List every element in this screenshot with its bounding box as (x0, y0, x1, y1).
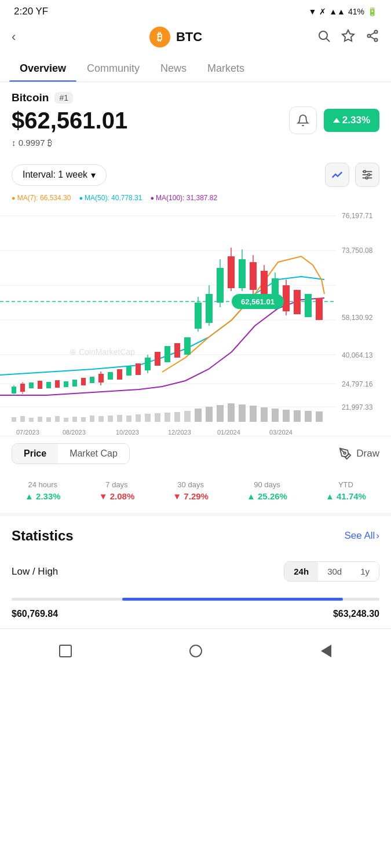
signal-icon: ▲▲ (329, 7, 345, 16)
nav-home-button[interactable] (183, 638, 209, 664)
perf-90d-value: ▲ 25.26% (247, 491, 287, 501)
share-icon (366, 29, 379, 43)
perf-ytd: YTD ▲ 41.74% (326, 480, 366, 501)
svg-rect-36 (64, 381, 68, 387)
svg-rect-96 (206, 407, 213, 422)
svg-rect-101 (261, 407, 268, 422)
battery-icon: 🔋 (367, 7, 377, 16)
search-button[interactable] (317, 29, 331, 45)
svg-point-13 (366, 177, 368, 179)
svg-rect-103 (283, 410, 290, 422)
tab-community[interactable]: Community (76, 56, 150, 82)
share-button[interactable] (366, 29, 379, 45)
top-nav: ‹ ₿ BTC (0, 21, 391, 56)
price-section: Bitcoin #1 $62,561.01 2.33% ↕ 0.9997 ₿ (0, 82, 391, 160)
nav-square-button[interactable] (53, 638, 78, 664)
perf-7d-value: ▼ 2.08% (99, 491, 135, 501)
status-time: 2:20 YF (14, 6, 48, 17)
line-chart-icon (331, 168, 344, 181)
coin-header: ₿ BTC (149, 27, 202, 47)
period-30d-button[interactable]: 30d (318, 562, 351, 581)
svg-rect-88 (126, 415, 131, 422)
tab-markets[interactable]: Markets (197, 56, 255, 82)
battery-text: 41% (348, 7, 364, 16)
svg-text:58,130.92: 58,130.92 (342, 314, 373, 322)
alert-button[interactable] (289, 106, 317, 134)
svg-rect-34 (46, 382, 51, 388)
up-arrow-icon (333, 118, 340, 123)
chart-bottom-bar: Price Market Cap Draw (0, 436, 391, 471)
bottom-nav (0, 628, 391, 678)
wifi-icon: ▼ (308, 7, 316, 16)
svg-point-5 (375, 39, 378, 42)
svg-rect-72 (316, 298, 323, 320)
svg-rect-102 (272, 409, 279, 422)
svg-rect-91 (155, 413, 160, 422)
price-actions: 2.33% (289, 106, 379, 134)
svg-line-6 (371, 37, 375, 39)
tab-overview[interactable]: Overview (9, 56, 76, 82)
perf-24h: 24 hours ▲ 2.33% (25, 480, 61, 501)
svg-text:62,561.01: 62,561.01 (241, 297, 275, 306)
period-1y-button[interactable]: 1y (351, 562, 379, 581)
svg-rect-51 (184, 337, 191, 355)
svg-rect-86 (108, 415, 113, 422)
svg-rect-104 (294, 410, 301, 422)
svg-rect-76 (20, 416, 25, 422)
svg-rect-42 (108, 372, 113, 380)
back-button[interactable]: ‹ (12, 30, 35, 45)
svg-rect-80 (55, 416, 60, 422)
price-range-bar (0, 593, 391, 609)
watchlist-button[interactable] (341, 29, 355, 45)
see-all-button[interactable]: See All › (344, 530, 379, 542)
interval-button[interactable]: Interval: 1 week ▾ (12, 164, 107, 186)
perf-ytd-value: ▲ 41.74% (326, 491, 366, 501)
svg-line-7 (371, 33, 375, 35)
svg-text:01/2024: 01/2024 (217, 429, 240, 436)
statistics-section: Statistics See All › Low / High 24h 30d … (0, 516, 391, 593)
data-icon: ✗ (319, 7, 326, 16)
marketcap-chart-button[interactable]: Market Cap (58, 444, 129, 464)
svg-rect-83 (81, 417, 86, 422)
perf-30d-value: ▼ 7.29% (173, 491, 209, 501)
price-chart-button[interactable]: Price (12, 444, 58, 464)
tab-bar: Overview Community News Markets (0, 56, 391, 82)
performance-row: 24 hours ▲ 2.33% 7 days ▼ 2.08% 30 days … (0, 471, 391, 516)
chart-controls: Interval: 1 week ▾ (0, 160, 391, 192)
svg-rect-89 (136, 414, 141, 422)
svg-rect-50 (174, 343, 180, 358)
range-values: $60,769.84 $63,248.30 (0, 609, 391, 628)
perf-30d: 30 days ▼ 7.29% (173, 480, 209, 501)
svg-rect-71 (305, 294, 312, 317)
svg-rect-85 (98, 416, 104, 422)
chart-icon-group (325, 163, 379, 187)
line-chart-button[interactable] (325, 163, 349, 187)
range-bar-fill (122, 598, 343, 601)
filter-icon (361, 168, 374, 181)
perf-24h-value: ▲ 2.33% (25, 491, 61, 501)
chart-type-group: Price Market Cap (12, 443, 130, 464)
svg-rect-81 (64, 418, 68, 422)
ma100-dot: ● (150, 194, 154, 201)
price-chart: 76,197.71 73,750.08 58,130.92 40,064.13 … (0, 204, 391, 436)
perf-ytd-label: YTD (338, 480, 353, 489)
svg-rect-106 (316, 411, 323, 422)
nav-action-buttons (317, 29, 379, 45)
tab-news[interactable]: News (150, 56, 197, 82)
svg-rect-105 (305, 411, 312, 422)
svg-rect-78 (38, 417, 42, 422)
status-bar: 2:20 YF ▼ ✗ ▲▲ 41% 🔋 (0, 0, 391, 21)
svg-rect-49 (165, 346, 170, 362)
svg-point-114 (344, 452, 346, 454)
svg-rect-95 (195, 409, 202, 422)
draw-button[interactable]: Draw (339, 447, 379, 460)
svg-rect-87 (117, 415, 122, 422)
perf-30d-label: 30 days (177, 480, 204, 489)
svg-rect-45 (136, 363, 141, 375)
svg-rect-44 (126, 366, 131, 376)
svg-text:76,197.71: 76,197.71 (342, 212, 373, 220)
settings-chart-button[interactable] (355, 163, 379, 187)
svg-text:⊕ CoinMarketCap: ⊕ CoinMarketCap (70, 347, 135, 356)
nav-back-button[interactable] (313, 638, 339, 664)
period-24h-button[interactable]: 24h (284, 562, 318, 581)
